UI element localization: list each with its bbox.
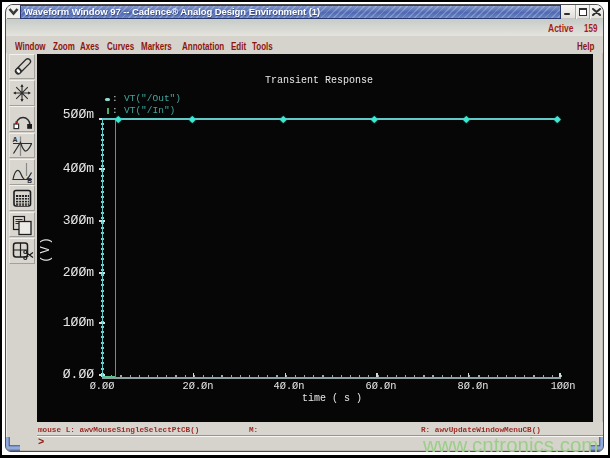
svg-text:A: A	[13, 135, 18, 142]
svg-text:B: B	[27, 177, 32, 183]
